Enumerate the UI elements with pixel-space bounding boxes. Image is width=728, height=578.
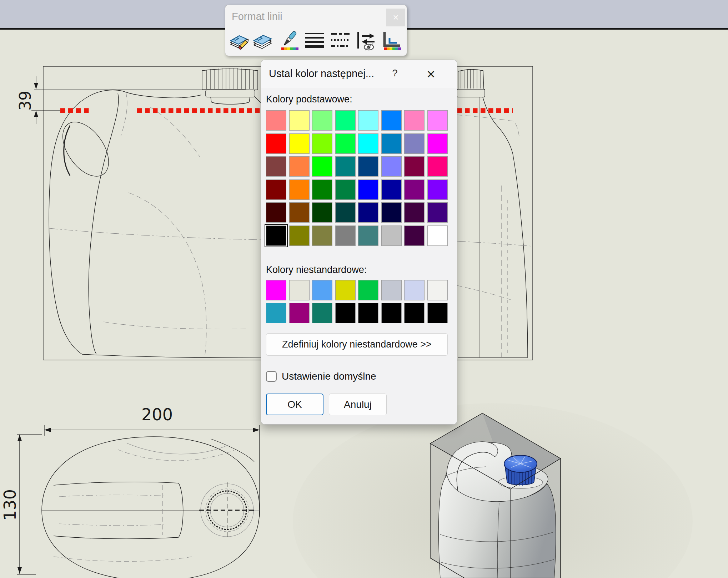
color-swatch[interactable] [358,110,378,131]
line-style-icon[interactable] [330,31,350,51]
color-swatch[interactable] [381,156,402,177]
close-icon[interactable]: ✕ [421,66,441,82]
color-swatch[interactable] [335,202,356,223]
dialog-body: Kolory podstawowe: Kolory niestandardowe… [261,93,457,415]
color-swatch[interactable] [404,179,425,200]
color-swatch[interactable] [381,110,402,131]
color-swatch[interactable] [312,225,332,246]
ok-button[interactable]: OK [266,394,323,415]
svg-text:39: 39 [16,91,34,111]
layer-properties-icon[interactable] [229,31,248,51]
color-swatch[interactable] [381,303,402,323]
default-setting-checkbox[interactable] [266,371,277,382]
hide-show-edges-icon[interactable] [356,31,376,51]
help-button[interactable]: ? [388,68,402,79]
svg-text:130: 130 [0,489,20,521]
toolbar-icons [229,31,401,51]
color-swatch[interactable] [335,179,356,200]
color-swatch[interactable] [358,202,378,223]
color-swatch[interactable] [266,202,286,223]
color-swatch[interactable] [335,156,356,177]
color-swatch[interactable] [427,156,448,177]
color-swatch[interactable] [266,225,286,246]
color-swatch[interactable] [289,133,310,154]
toolbar-title: Format linii [232,11,282,22]
color-swatch[interactable] [289,280,310,300]
cancel-button[interactable]: Anuluj [329,394,387,415]
color-swatch[interactable] [358,280,378,300]
color-display-mode-icon[interactable] [381,31,401,51]
color-swatch[interactable] [289,179,310,200]
color-swatch[interactable] [427,133,448,154]
color-swatch[interactable] [358,225,378,246]
color-swatch[interactable] [266,280,286,300]
color-swatch[interactable] [381,202,402,223]
color-strip [281,47,298,50]
color-swatch[interactable] [312,179,332,200]
color-swatch[interactable] [312,110,332,131]
custom-colors-grid [266,280,448,324]
color-swatch[interactable] [404,202,425,223]
application-window: 39 200 [0,0,728,578]
color-swatch[interactable] [335,110,356,131]
color-strip [384,47,401,50]
color-swatch[interactable] [381,179,402,200]
color-swatch[interactable] [381,133,402,154]
color-swatch[interactable] [427,110,448,131]
color-swatch[interactable] [358,179,378,200]
color-swatch[interactable] [335,280,356,300]
color-swatch[interactable] [266,303,286,323]
color-swatch[interactable] [312,156,332,177]
dialog-buttons: OK Anuluj [266,394,448,415]
color-swatch[interactable] [404,280,425,300]
color-swatch[interactable] [266,133,286,154]
color-swatch[interactable] [335,303,356,323]
color-swatch[interactable] [404,225,425,246]
color-swatch[interactable] [289,156,310,177]
line-color-icon[interactable] [280,31,300,51]
basic-colors-grid [266,110,448,246]
color-swatch[interactable] [427,202,448,223]
color-swatch[interactable] [381,280,402,300]
svg-text:200: 200 [141,405,173,424]
line-thickness-icon[interactable] [305,31,325,51]
default-setting-row: Ustawienie domyślne [266,371,448,382]
color-swatch[interactable] [266,156,286,177]
default-setting-label: Ustawienie domyślne [282,371,376,382]
color-swatch[interactable] [404,133,425,154]
color-swatch[interactable] [427,280,448,300]
color-swatch[interactable] [289,202,310,223]
color-swatch[interactable] [404,110,425,131]
color-swatch[interactable] [404,303,425,323]
color-swatch[interactable] [381,225,402,246]
color-swatch[interactable] [358,156,378,177]
define-custom-colors-button[interactable]: Zdefiniuj kolory niestandardowe >> [266,333,448,356]
toolbar-close-icon[interactable]: × [386,9,405,26]
layers-icon[interactable] [252,31,272,51]
line-format-toolbar: Format linii × [225,5,407,56]
color-swatch[interactable] [358,133,378,154]
color-swatch[interactable] [427,225,448,246]
color-swatch[interactable] [358,303,378,323]
color-swatch[interactable] [312,280,332,300]
color-swatch[interactable] [266,110,286,131]
color-swatch[interactable] [427,179,448,200]
color-swatch[interactable] [335,133,356,154]
color-swatch[interactable] [312,202,332,223]
dialog-titlebar[interactable]: Ustal kolor następnej... ? ✕ [261,60,457,88]
custom-colors-label: Kolory niestandardowe: [266,264,448,276]
color-swatch[interactable] [335,225,356,246]
color-swatch[interactable] [312,133,332,154]
color-swatch[interactable] [427,303,448,323]
basic-colors-label: Kolory podstawowe: [266,93,448,105]
color-swatch[interactable] [312,303,332,323]
jug-cap-3d [504,455,537,486]
color-swatch[interactable] [266,179,286,200]
color-swatch[interactable] [289,303,310,323]
color-swatch[interactable] [289,110,310,131]
color-swatch[interactable] [289,225,310,246]
color-swatch[interactable] [404,156,425,177]
color-picker-dialog: Ustal kolor następnej... ? ✕ Kolory pods… [261,60,457,425]
dialog-title: Ustal kolor następnej... [269,68,374,80]
